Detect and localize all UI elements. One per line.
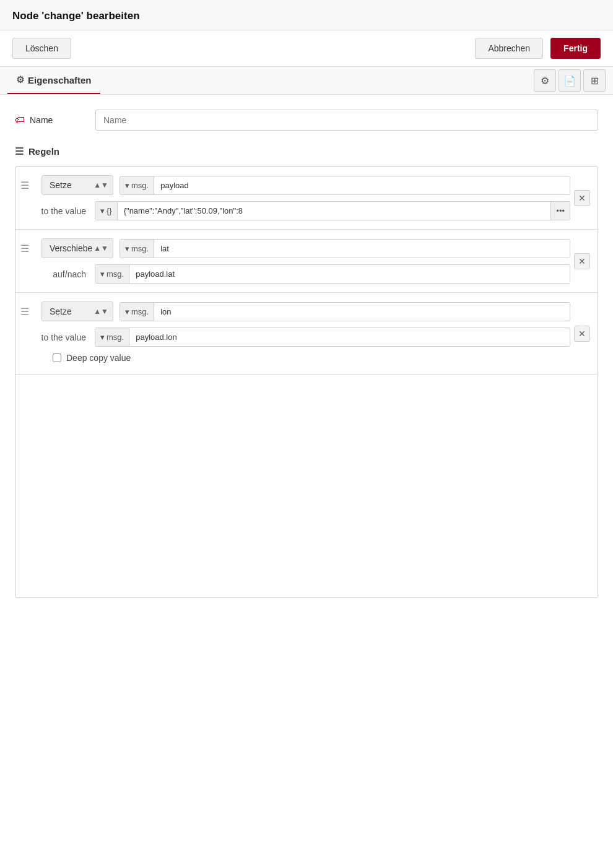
tab-bar: ⚙ Eigenschaften ⚙ 📄 ⊞ [0, 67, 613, 95]
rule-2-val-type-btn[interactable]: ▾ msg. [95, 265, 129, 283]
rule-1-sub-label: to the value [20, 206, 89, 216]
rule-block-2: ☰ Setze Verschiebe Lösche Ändere ▲▼ [15, 230, 598, 293]
rule-3-val-type-icon: msg. [107, 332, 124, 342]
rule-1-value-wrap: ▾ {} ••• [95, 201, 570, 220]
rule-2-target-arrow: ▾ [125, 244, 129, 253]
bottom-empty-space [15, 375, 598, 597]
list-icon: ☰ [15, 145, 24, 157]
rule-2-sub-label: auf/nach [20, 269, 89, 279]
rule-1-val-type-arrow: ▾ [100, 206, 105, 215]
rule-1-target-input[interactable] [154, 176, 570, 194]
rule-1-target-prefix: msg. [131, 181, 149, 190]
rule-3-value-wrap: ▾ msg. [95, 328, 570, 347]
tab-properties[interactable]: ⚙ Eigenschaften [7, 67, 100, 94]
tab-bar-icons: ⚙ 📄 ⊞ [534, 69, 606, 92]
rule-1-target-wrap: ▾ msg. [120, 176, 570, 195]
rule-1-cols: ☰ Setze Verschiebe Lösche Ändere ▲▼ [15, 175, 570, 220]
drag-handle-2[interactable]: ☰ [20, 243, 35, 254]
tag-icon: 🏷 [15, 115, 25, 126]
rule-2-delete-button[interactable]: ✕ [574, 253, 590, 269]
rule-3-sub-row: to the value ▾ msg. [15, 328, 570, 347]
rule-3-main-row: ☰ Setze Verschiebe Lösche Ändere ▲▼ [15, 302, 570, 321]
rule-3-target-input[interactable] [154, 303, 570, 321]
tab-doc-button[interactable]: 📄 [559, 69, 581, 92]
deep-copy-checkbox[interactable] [53, 354, 61, 362]
drag-handle-3[interactable]: ☰ [20, 306, 35, 318]
cancel-button[interactable]: Abbrechen [475, 38, 543, 59]
rule-3-val-type-arrow: ▾ [100, 332, 105, 342]
properties-tab-label: Eigenschaften [28, 75, 92, 85]
action-select-2[interactable]: Setze Verschiebe Lösche Ändere [41, 238, 113, 258]
rule-1-target-type-btn[interactable]: ▾ msg. [120, 176, 154, 194]
rule-2-val-type-icon: msg. [107, 269, 124, 279]
action-select-3[interactable]: Setze Verschiebe Lösche Ändere [41, 302, 113, 321]
rule-2-main-area: ☰ Setze Verschiebe Lösche Ändere ▲▼ [15, 238, 590, 284]
name-input[interactable] [95, 110, 598, 131]
rule-3-main-area: ☰ Setze Verschiebe Lösche Ändere ▲▼ [15, 302, 590, 365]
rule-2-target-wrap: ▾ msg. [120, 239, 570, 258]
rule-1-delete-button[interactable]: ✕ [574, 190, 590, 206]
done-button[interactable]: Fertig [550, 38, 601, 59]
name-label: 🏷 Name [15, 115, 95, 126]
action-select-wrap-3: Setze Verschiebe Lösche Ändere ▲▼ [41, 302, 113, 321]
deep-copy-label[interactable]: Deep copy value [66, 353, 131, 363]
rule-3-delete-button[interactable]: ✕ [574, 326, 590, 342]
rule-1-main-area: ☰ Setze Verschiebe Lösche Ändere ▲▼ [15, 175, 590, 220]
content-area: 🏷 Name ☰ Regeln ☰ Setze Verschiebe [0, 95, 613, 613]
rule-1-main-row: ☰ Setze Verschiebe Lösche Ändere ▲▼ [15, 175, 570, 195]
rules-container: ☰ Setze Verschiebe Lösche Ändere ▲▼ [15, 166, 598, 598]
rule-2-value-wrap: ▾ msg. [95, 264, 570, 284]
page-title: Node 'change' bearbeiten [12, 10, 140, 22]
drag-handle-1[interactable]: ☰ [20, 180, 35, 191]
action-select-wrap-1: Setze Verschiebe Lösche Ändere ▲▼ [41, 175, 113, 195]
rule-block-3: ☰ Setze Verschiebe Lösche Ändere ▲▼ [15, 293, 598, 375]
rule-2-target-type-btn[interactable]: ▾ msg. [120, 240, 154, 258]
rule-2-main-row: ☰ Setze Verschiebe Lösche Ändere ▲▼ [15, 238, 570, 258]
rule-3-value-input[interactable] [129, 328, 570, 346]
rules-section-title: ☰ Regeln [15, 145, 598, 157]
rule-3-target-type-btn[interactable]: ▾ msg. [120, 303, 154, 321]
rule-2-target-prefix: msg. [131, 244, 149, 253]
rule-2-val-type-arrow: ▾ [100, 269, 105, 279]
toolbar: Löschen Abbrechen Fertig [0, 30, 613, 67]
name-field-row: 🏷 Name [15, 110, 598, 131]
rule-block-1: ☰ Setze Verschiebe Lösche Ändere ▲▼ [15, 167, 598, 230]
rule-1-more-btn[interactable]: ••• [550, 202, 570, 220]
delete-button[interactable]: Löschen [12, 38, 71, 59]
rule-1-val-type-btn[interactable]: ▾ {} [95, 202, 118, 220]
page-header: Node 'change' bearbeiten [0, 0, 613, 30]
rule-3-deep-copy-row: Deep copy value [15, 347, 570, 365]
rule-2-cols: ☰ Setze Verschiebe Lösche Ändere ▲▼ [15, 238, 570, 284]
rule-3-target-prefix: msg. [131, 307, 149, 316]
rule-2-value-input[interactable] [129, 265, 570, 283]
rule-1-val-type-icon: {} [107, 206, 112, 215]
rule-2-target-input[interactable] [154, 240, 570, 258]
tab-gear-button[interactable]: ⚙ [534, 69, 556, 92]
rule-1-target-arrow: ▾ [125, 181, 129, 190]
rule-1-value-input[interactable] [118, 202, 551, 220]
rule-3-cols: ☰ Setze Verschiebe Lösche Ändere ▲▼ [15, 302, 570, 365]
action-select-1[interactable]: Setze Verschiebe Lösche Ändere [41, 175, 113, 195]
rule-3-target-wrap: ▾ msg. [120, 302, 570, 321]
action-select-wrap-2: Setze Verschiebe Lösche Ändere ▲▼ [41, 238, 113, 258]
tab-layout-button[interactable]: ⊞ [583, 69, 606, 92]
rule-3-target-arrow: ▾ [125, 307, 129, 316]
rule-1-sub-row: to the value ▾ {} ••• [15, 201, 570, 220]
rule-3-val-type-btn[interactable]: ▾ msg. [95, 328, 129, 346]
properties-tab-icon: ⚙ [16, 74, 24, 85]
rule-3-sub-label: to the value [20, 332, 89, 342]
rule-2-sub-row: auf/nach ▾ msg. [15, 264, 570, 284]
